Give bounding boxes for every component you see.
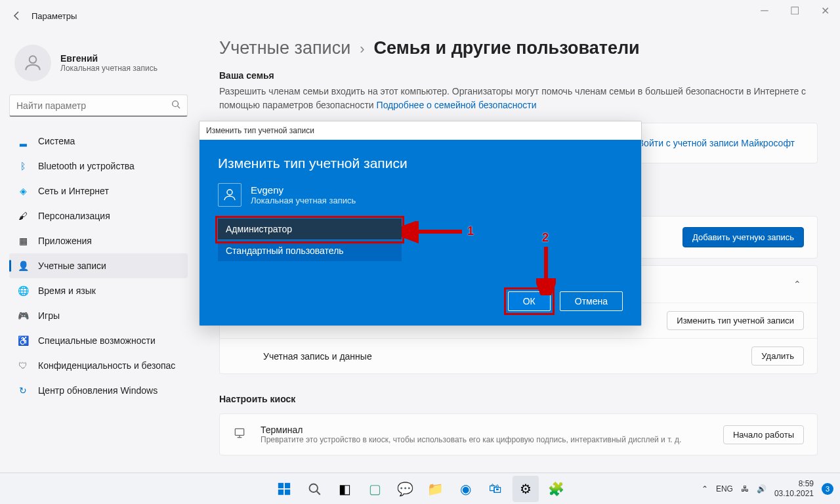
family-safety-link[interactable]: Подробнее о семейной безопасности xyxy=(377,100,537,110)
change-account-type-button[interactable]: Изменить тип учетной записи xyxy=(667,311,804,330)
nav-time[interactable]: 🌐Время и язык xyxy=(9,278,188,303)
taskbar: ◧ ▢ 💬 📁 ◉ 🛍 ⚙ 🧩 ⌃ ENG 🖧 🔊 8:59 03.10.202… xyxy=(0,472,840,504)
chat[interactable]: 💬 xyxy=(392,476,418,502)
nav-label: Игры xyxy=(38,310,60,321)
taskbar-icons: ◧ ▢ 💬 📁 ◉ 🛍 ⚙ 🧩 xyxy=(271,476,569,502)
add-account-button[interactable]: Добавить учетную запись xyxy=(682,227,804,247)
tray-network-icon[interactable]: 🖧 xyxy=(741,484,749,494)
dialog-titlebar: Изменить тип учетной записи xyxy=(200,121,641,140)
tray-date: 03.10.2021 xyxy=(774,489,814,498)
kiosk-title: Терминал xyxy=(261,425,681,435)
chevron-up-icon[interactable]: ⌃ xyxy=(791,276,804,292)
kiosk-start-button[interactable]: Начало работы xyxy=(723,425,804,444)
person-icon: 👤 xyxy=(17,260,29,272)
kiosk-card: Терминал Превратите это устройство в кио… xyxy=(219,413,818,455)
close-button[interactable]: ✕ xyxy=(810,0,840,21)
nav-label: Специальные возможности xyxy=(38,335,156,346)
dialog-user-name: Evgeny xyxy=(251,184,356,196)
svg-rect-3 xyxy=(235,429,243,435)
kiosk-heading: Настроить киоск xyxy=(219,394,818,404)
svg-point-13 xyxy=(310,484,318,492)
search-icon xyxy=(308,482,321,495)
dialog-user-sub: Локальная учетная запись xyxy=(251,196,356,205)
tray-chevron-icon[interactable]: ⌃ xyxy=(702,484,708,494)
tray-notifications[interactable]: 3 xyxy=(822,483,833,495)
minimize-button[interactable]: ─ xyxy=(749,0,780,21)
nav-label: Сеть и Интернет xyxy=(38,186,109,196)
tray-time: 8:59 xyxy=(774,479,814,488)
update-icon: ↻ xyxy=(17,385,29,396)
search-input[interactable] xyxy=(16,100,171,111)
user-name: Евгений xyxy=(60,53,158,64)
search-icon xyxy=(171,100,180,112)
breadcrumb: Учетные записи › Семья и другие пользова… xyxy=(219,38,818,58)
family-heading: Ваша семья xyxy=(219,70,818,81)
user-card[interactable]: Евгений Локальная учетная запись xyxy=(9,38,188,94)
nav-gaming[interactable]: 🎮Игры xyxy=(9,303,188,328)
nav-privacy[interactable]: 🛡Конфиденциальность и безопас xyxy=(9,353,188,378)
wifi-icon: ◈ xyxy=(17,185,29,197)
svg-rect-9 xyxy=(278,482,284,488)
gamepad-icon: 🎮 xyxy=(17,310,29,322)
tray-clock[interactable]: 8:59 03.10.2021 xyxy=(774,479,814,498)
globe-icon: 🌐 xyxy=(17,285,29,297)
window-controls: ─ ☐ ✕ xyxy=(749,0,840,21)
chevron-right-icon: › xyxy=(360,41,364,58)
nav-accounts[interactable]: 👤Учетные записи xyxy=(9,253,188,278)
breadcrumb-1[interactable]: Учетные записи xyxy=(219,38,350,58)
titlebar: Параметры ─ ☐ ✕ xyxy=(0,0,840,32)
family-desc: Разрешить членам семьи входить на этот к… xyxy=(219,85,818,112)
accessibility-icon: ♿ xyxy=(17,335,29,346)
kiosk-desc: Превратите это устройство в киоск, чтобы… xyxy=(261,435,681,444)
windows-icon xyxy=(277,482,291,496)
widgets[interactable]: ▢ xyxy=(362,476,388,502)
tray-lang[interactable]: ENG xyxy=(716,484,733,494)
cancel-button[interactable]: Отмена xyxy=(560,291,623,311)
task-view[interactable]: ◧ xyxy=(331,476,358,502)
nav-update[interactable]: ↻Центр обновления Windows xyxy=(9,378,188,403)
shield-icon: 🛡 xyxy=(17,360,29,371)
svg-line-14 xyxy=(317,491,320,494)
start-button[interactable] xyxy=(271,476,297,502)
arrow-left-icon xyxy=(12,10,22,21)
svg-line-2 xyxy=(178,106,180,108)
annotation-num-2: 2 xyxy=(542,231,549,245)
search-taskbar[interactable] xyxy=(301,476,327,502)
nav-network[interactable]: ◈Сеть и Интернет xyxy=(9,178,188,203)
delete-account-button[interactable]: Удалить xyxy=(751,346,804,366)
nav-list: ▂Система ᛒBluetooth и устройства ◈Сеть и… xyxy=(9,129,188,403)
search-box[interactable] xyxy=(9,94,188,117)
svg-rect-12 xyxy=(285,489,290,494)
maximize-button[interactable]: ☐ xyxy=(780,0,810,21)
breadcrumb-2: Семья и другие пользователи xyxy=(374,38,640,58)
person-icon xyxy=(22,52,43,74)
nav-label: Bluetooth и устройства xyxy=(38,161,135,171)
option-admin[interactable]: Администратор xyxy=(218,219,402,240)
option-standard[interactable]: Стандартный пользователь xyxy=(218,240,402,261)
nav-accessibility[interactable]: ♿Специальные возможности xyxy=(9,328,188,353)
nav-system[interactable]: ▂Система xyxy=(9,129,188,154)
settings-taskbar[interactable]: ⚙ xyxy=(513,476,539,502)
dialog-avatar xyxy=(218,183,242,207)
annotation-num-1: 1 xyxy=(467,224,474,238)
explorer[interactable]: 📁 xyxy=(422,476,448,502)
nav-apps[interactable]: ▦Приложения xyxy=(9,228,188,253)
edge[interactable]: ◉ xyxy=(452,476,478,502)
app-icon[interactable]: 🧩 xyxy=(543,476,569,502)
svg-point-1 xyxy=(173,100,178,106)
nav-label: Система xyxy=(38,136,75,146)
tray-volume-icon[interactable]: 🔊 xyxy=(757,484,766,494)
bluetooth-icon: ᛒ xyxy=(17,160,29,172)
signin-ms-button[interactable]: Войти с учетной записи Майкрософт xyxy=(629,134,804,152)
nav-bluetooth[interactable]: ᛒBluetooth и устройства xyxy=(9,154,188,178)
store[interactable]: 🛍 xyxy=(482,476,509,502)
back-button[interactable] xyxy=(7,5,28,26)
system-tray: ⌃ ENG 🖧 🔊 8:59 03.10.2021 3 xyxy=(702,479,833,498)
kiosk-icon xyxy=(233,427,247,442)
person-icon xyxy=(222,187,238,203)
nav-label: Время и язык xyxy=(38,285,96,296)
account-data-label: Учетная запись и данные xyxy=(263,351,372,362)
nav-personalization[interactable]: 🖌Персонализация xyxy=(9,203,188,228)
annotation-arrow-2 xyxy=(536,244,556,295)
account-type-dropdown[interactable]: Администратор Стандартный пользователь xyxy=(218,219,402,261)
